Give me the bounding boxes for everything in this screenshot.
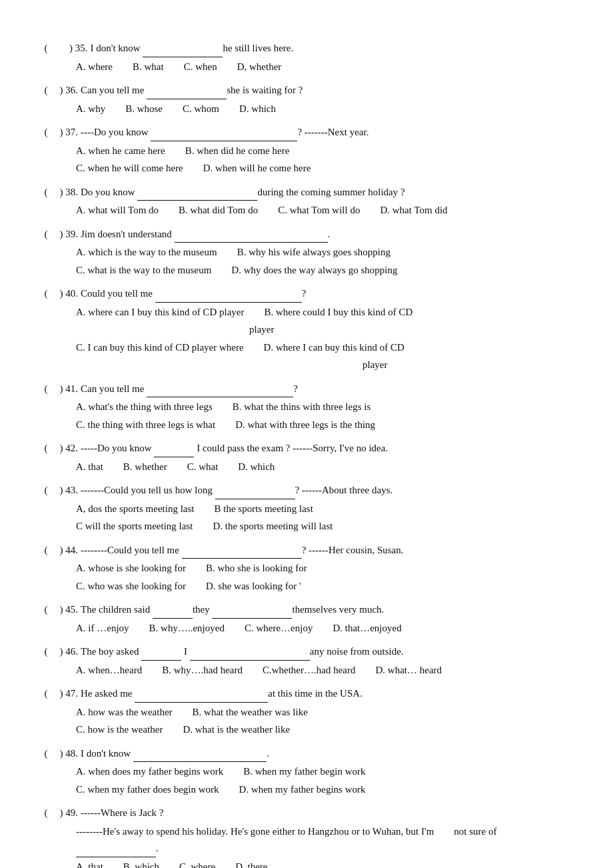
paren-36: ( <box>40 82 52 99</box>
opt-38-a: A. what will Tom do <box>76 202 159 219</box>
blank-45a <box>153 618 193 619</box>
question-49: ( ) 49. ------Where is Jack ? --------He… <box>40 805 573 868</box>
blank-39 <box>175 242 328 243</box>
q-text-47: He asked me at this time in the USA. <box>81 685 573 703</box>
sub-text-49: --------He's away to spend his holiday. … <box>76 823 573 857</box>
opt-40-b-cont: player <box>249 321 274 339</box>
q-text-45: The children said they themselves very m… <box>81 601 573 619</box>
question-41: ( ) 41. Can you tell me ? A. what's the … <box>40 381 573 434</box>
paren-46: ( <box>40 643 52 661</box>
opt-40-d: D. where I can buy this kind of CD <box>264 339 404 357</box>
opt-43-b: B the sports meeting last <box>214 501 312 518</box>
options-47: A. how was the weather B. what the weath… <box>76 704 573 739</box>
opt-47-c: C. how is the weather <box>76 721 163 739</box>
question-46: ( ) 46. The boy asked I any noise from o… <box>40 643 573 679</box>
options-49: A. that B. which C. where D. there <box>76 859 573 869</box>
opt-38-c: C. what Tom will do <box>278 202 360 219</box>
options-36: A. why B. whose C. whom D. which <box>76 101 573 118</box>
blank-36 <box>147 99 227 99</box>
question-44: ( ) 44. --------Could you tell me ? ----… <box>40 542 573 595</box>
blank-44 <box>182 558 302 559</box>
paren-37: ( <box>40 124 52 141</box>
question-45: ( ) 45. The children said they themselve… <box>40 601 573 637</box>
opt-37-d: D. when will he come here <box>203 160 311 177</box>
opt-45-a: A. if …enjoy <box>76 620 129 637</box>
opt-43-c: C will the sports meeting last <box>76 518 193 535</box>
q-text-43: -------Could you tell us how long ? ----… <box>81 482 573 499</box>
opt-36-b: B. whose <box>125 101 163 118</box>
opt-44-d: D. she was looking for ' <box>206 578 301 595</box>
blank-40 <box>155 302 302 303</box>
opt-44-a: A. whose is she looking for <box>76 560 186 577</box>
options-43: A, dos the sports meeting last B the spo… <box>76 501 573 535</box>
opt-39-c: C. what is the way to the museum <box>76 262 211 279</box>
opt-37-a: A. when he came here <box>76 143 165 160</box>
options-48: A. when does my father begins work B. wh… <box>76 763 573 798</box>
q-num-48: ) 48. <box>55 745 78 763</box>
q-num-47: ) 47. <box>55 685 78 703</box>
q-text-35: I don't know he still lives here. <box>91 40 574 57</box>
options-37: A. when he came here B. when did he come… <box>76 143 573 177</box>
options-46: A. when…heard B. why….had heard C.whethe… <box>76 662 573 679</box>
opt-36-c: C. whom <box>183 101 219 118</box>
question-35: ( ) 35. I don't know he still lives here… <box>40 40 573 75</box>
question-39: ( ) 39. Jim doesn't understand . A. whic… <box>40 226 573 279</box>
opt-44-b: B. who she is looking for <box>206 560 307 577</box>
opt-40-a: A. where can I buy this kind of CD playe… <box>76 304 244 321</box>
opt-42-a: A. that <box>76 459 103 476</box>
question-42: ( ) 42. -----Do you know I could pass th… <box>40 440 573 475</box>
opt-49-c: C. where <box>179 859 215 869</box>
q-text-37: ----Do you know ? -------Next year. <box>81 124 573 141</box>
blank-47 <box>135 702 268 703</box>
opt-47-d: D. what is the weather like <box>183 721 290 739</box>
opt-41-a: A. what's the thing with three legs <box>76 399 213 416</box>
blank-43 <box>215 499 295 499</box>
paren-close-35 <box>55 40 67 57</box>
question-47: ( ) 47. He asked me at this time in the … <box>40 685 573 739</box>
q-num-44: ) 44. <box>55 542 78 559</box>
opt-35-d: D, whether <box>237 59 282 76</box>
q-num-40: ) 40. <box>55 285 78 303</box>
opt-41-d: D. what with three legs is the thing <box>235 417 375 434</box>
opt-40-d-cont: player <box>362 357 387 374</box>
opt-45-d: D. that…enjoyed <box>332 620 401 637</box>
blank-46b <box>190 660 310 661</box>
paren-49: ( <box>40 805 52 822</box>
opt-37-c: C. when he will come here <box>76 160 183 177</box>
q-num-42: ) 42. <box>55 440 78 457</box>
opt-43-d: D. the sports meeting will last <box>213 518 332 535</box>
options-44: A. whose is she looking for B. who she i… <box>76 560 573 595</box>
opt-41-c: C. the thing with three legs is what <box>76 417 215 434</box>
opt-42-d: D. which <box>238 459 275 476</box>
q-text-48: I don't know . <box>81 745 573 763</box>
opt-36-d: D. which <box>239 101 276 118</box>
q-text-44: --------Could you tell me ? ------Her co… <box>81 542 573 559</box>
q-num-37: ) 37. <box>55 124 78 141</box>
q-num-46: ) 46. <box>55 643 78 661</box>
opt-48-d: D. when my father begins work <box>239 781 366 799</box>
opt-48-b: B. when my father begin work <box>243 763 365 781</box>
options-38: A. what will Tom do B. what did Tom do C… <box>76 202 573 219</box>
q-text-36: Can you tell me she is waiting for ? <box>81 82 573 99</box>
opt-39-b: B. why his wife always goes shopping <box>237 244 390 261</box>
q-num-35: ) 35. <box>69 40 88 57</box>
opt-46-b: B. why….had heard <box>162 662 243 679</box>
paren-44: ( <box>40 542 52 559</box>
opt-40-c: C. I can buy this kind of CD player wher… <box>76 339 244 357</box>
options-42: A. that B. whether C. what D. which <box>76 459 573 476</box>
opt-38-b: B. what did Tom do <box>179 202 258 219</box>
blank-48 <box>133 761 267 762</box>
question-48: ( ) 48. I don't know . A. when does my f… <box>40 745 573 799</box>
q-text-41: Can you tell me ? <box>81 381 573 398</box>
paren-41: ( <box>40 381 52 398</box>
opt-46-a: A. when…heard <box>76 662 142 679</box>
paren-38: ( <box>40 184 52 201</box>
paren-47: ( <box>40 685 52 703</box>
q-num-38: ) 38. <box>55 184 78 201</box>
paren-42: ( <box>40 440 52 457</box>
question-38: ( ) 38. Do you know during the coming su… <box>40 184 573 219</box>
opt-38-d: D. what Tom did <box>380 202 447 219</box>
q-num-36: ) 36. <box>55 82 78 99</box>
opt-47-a: A. how was the weather <box>76 704 173 721</box>
options-39: A. which is the way to the museum B. why… <box>76 244 573 279</box>
